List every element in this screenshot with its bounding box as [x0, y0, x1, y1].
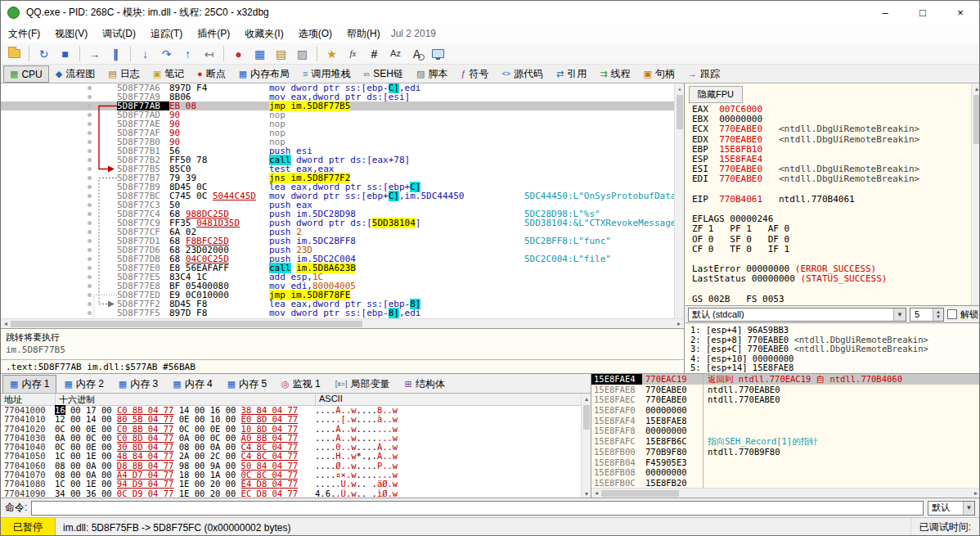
- stack-row[interactable]: 15E8FB04F45905E3: [591, 457, 703, 468]
- command-input[interactable]: [31, 501, 924, 516]
- command-profile-select[interactable]: 默认 ▼: [928, 501, 975, 516]
- disasm-bytes[interactable]: 897D F8: [169, 309, 269, 318]
- window-icon[interactable]: [428, 45, 448, 63]
- open-file-icon[interactable]: [4, 45, 25, 63]
- stack-address[interactable]: 15E8FAEC: [591, 394, 642, 405]
- disasm-instruction[interactable]: jmp im.5D8F77B5: [269, 101, 524, 110]
- minimize-button[interactable]: –: [866, 1, 904, 24]
- stack-comment-rows[interactable]: 返回到 ntdll.770EAC19 自 ntdll.770B4060ntdll…: [703, 374, 980, 489]
- scroll-thumb[interactable]: [11, 321, 362, 327]
- disasm-comment[interactable]: [524, 263, 684, 273]
- scroll-thumb[interactable]: [973, 95, 980, 144]
- breakpoints-icon[interactable]: ●: [228, 45, 249, 63]
- favourites-icon[interactable]: ★: [321, 45, 342, 63]
- scroll-up-icon[interactable]: ▴: [582, 394, 591, 403]
- unlock-checkbox[interactable]: [947, 309, 957, 319]
- disassembly-pane[interactable]: 5D8F77A6897D F4mov dword ptr ss:[ebp-C],…: [1, 83, 685, 318]
- disasm-row[interactable]: 5D8F77AF90nop: [1, 128, 684, 137]
- tab-graph[interactable]: ◆流程图: [49, 65, 101, 83]
- dump-ascii[interactable]: ....À..w.......w: [315, 434, 591, 443]
- scroll-thumb[interactable]: [677, 95, 683, 129]
- registers-scrollbar[interactable]: ▴: [971, 83, 980, 305]
- stop-icon[interactable]: ■: [55, 45, 75, 63]
- disasm-bytes[interactable]: 90: [169, 119, 269, 128]
- memory-map-icon[interactable]: ▦: [249, 45, 270, 63]
- menu-item-2[interactable]: 调试(D): [95, 24, 143, 43]
- argument-line[interactable]: 5: [esp+14] 15E8FAE8: [690, 363, 980, 373]
- menu-item-6[interactable]: 选项(O): [291, 24, 339, 43]
- stack-address[interactable]: 15E8FAFC: [591, 436, 642, 447]
- disasm-row[interactable]: 5D8F77B090nop: [1, 137, 684, 146]
- tab-dump-5[interactable]: ▦内存 5: [220, 375, 274, 393]
- breakpoint-dot[interactable]: [88, 257, 92, 261]
- breakpoint-dot[interactable]: [88, 221, 92, 225]
- tab-log[interactable]: ▤日志: [101, 65, 146, 83]
- stack-address[interactable]: 15E8FAF0: [591, 405, 642, 416]
- disasm-row[interactable]: 5D8F77AD90nop: [1, 110, 684, 119]
- dump-address[interactable]: 77041080: [4, 480, 55, 489]
- tab-handles[interactable]: ▣句柄: [637, 65, 681, 83]
- stack-address[interactable]: 15E8FAF8: [591, 426, 642, 436]
- register-line[interactable]: LastStatus 00000000 (STATUS_SUCCESS): [692, 274, 980, 284]
- tab-watch-1[interactable]: ◎监视 1: [274, 375, 328, 393]
- menu-item-1[interactable]: 视图(V): [47, 24, 95, 43]
- tab-seh-chain[interactable]: ∞SEH链: [357, 65, 411, 83]
- disasm-horizontal-scrollbar[interactable]: ◂ ▸: [1, 318, 685, 328]
- disasm-comment[interactable]: [524, 164, 684, 173]
- step-into-icon[interactable]: ↓: [135, 45, 155, 63]
- disasm-row[interactable]: 5D8F77AE90nop: [1, 119, 684, 128]
- tab-breakpoints[interactable]: ●断点: [191, 65, 232, 83]
- fx-icon[interactable]: fx: [343, 45, 363, 63]
- breakpoint-dot[interactable]: [88, 194, 92, 198]
- tab-memory-map[interactable]: ▦内存布局: [232, 65, 296, 83]
- stack-row[interactable]: 15E8FAEC770EABE0: [591, 394, 703, 405]
- breakpoint-dot[interactable]: [88, 212, 92, 216]
- stack-comment[interactable]: ntdll.770EABE0: [704, 385, 980, 395]
- tab-dump-1[interactable]: ▦内存 1: [2, 375, 56, 393]
- strings-icon[interactable]: Az: [385, 45, 406, 63]
- stack-comment[interactable]: ntdll.770B9F80: [704, 447, 980, 457]
- stack-row[interactable]: 15E8FAE8770EABE0: [591, 385, 703, 395]
- stack-comment[interactable]: [704, 416, 980, 426]
- stack-address[interactable]: 15E8FAF4: [591, 416, 642, 426]
- menu-item-4[interactable]: 插件(P): [190, 24, 237, 43]
- tab-source[interactable]: <>源代码: [496, 65, 551, 83]
- stack-row[interactable]: 15E8FAF415E8FAE8: [591, 416, 703, 426]
- disasm-comment[interactable]: 5DC2BFF8:L"func": [524, 236, 684, 245]
- stack-value[interactable]: 00000000: [642, 426, 703, 436]
- stack-comment[interactable]: [704, 478, 980, 489]
- stack-value[interactable]: 770EABE0: [642, 385, 703, 395]
- stack-value[interactable]: 00000000: [642, 467, 703, 478]
- stack-comment[interactable]: 返回到 ntdll.770EAC19 自 ntdll.770B4060: [704, 374, 980, 385]
- breakpoint-dot[interactable]: [88, 275, 92, 279]
- breakpoint-dot[interactable]: [88, 140, 92, 144]
- disasm-row[interactable]: 5D8F77C9FF35 0481D35Dpush dword ptr ds:[…: [1, 218, 684, 227]
- stack-row[interactable]: 15E8FB0C15E8FB20: [591, 478, 703, 489]
- stack-address[interactable]: 15E8FB04: [591, 457, 642, 468]
- tab-dump-3[interactable]: ▦内存 3: [111, 375, 165, 393]
- disasm-comment[interactable]: [524, 155, 684, 164]
- find-icon[interactable]: A: [407, 45, 427, 63]
- disasm-comment[interactable]: 5DC2C004:L"file": [524, 254, 684, 263]
- disasm-comment[interactable]: [524, 128, 684, 137]
- scroll-up-icon[interactable]: ▴: [972, 83, 980, 93]
- maximize-button[interactable]: □: [904, 1, 942, 24]
- scroll-left-icon[interactable]: ◂: [1, 319, 11, 329]
- tab-struct[interactable]: ⊞结构体: [398, 375, 452, 393]
- disasm-comment[interactable]: [524, 137, 684, 146]
- disasm-instruction[interactable]: mov dword ptr ss:[ebp-8],edi: [269, 309, 524, 318]
- menu-item-5[interactable]: 收藏夹(I): [237, 24, 290, 43]
- disasm-comment[interactable]: [524, 309, 684, 318]
- stack-comment[interactable]: 指向SEH_Record[1]的指针: [704, 436, 980, 447]
- scroll-thumb[interactable]: [601, 490, 679, 497]
- stack-value[interactable]: 15E8FAE8: [642, 416, 703, 426]
- stack-rows[interactable]: 15E8FAE4770EAC1915E8FAE8770EABE015E8FAEC…: [591, 374, 703, 489]
- tab-dump-4[interactable]: ▦内存 4: [165, 375, 219, 393]
- tab-dump-2[interactable]: ▦内存 2: [56, 375, 110, 393]
- pause-icon[interactable]: ∥: [106, 45, 126, 63]
- dump-ascii[interactable]: ....¤×.w.......w: [315, 471, 591, 480]
- scroll-thumb[interactable]: [583, 405, 590, 430]
- step-over-icon[interactable]: ↷: [156, 45, 177, 63]
- disasm-comment[interactable]: [524, 300, 684, 309]
- disasm-instruction[interactable]: nop: [269, 110, 524, 119]
